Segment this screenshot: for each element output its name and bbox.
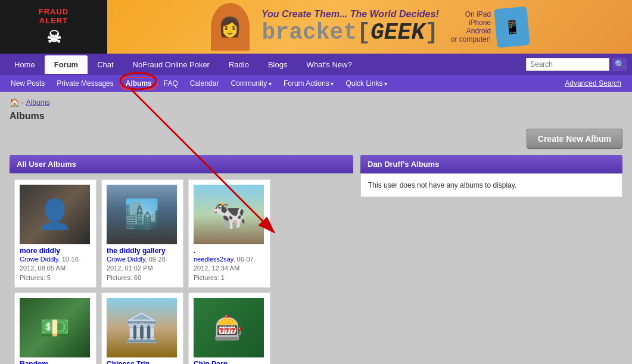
album-meta: Crowe Diddly, 10-16-2012, 08:05 AM Pictu… [20,255,91,282]
album-name-link[interactable]: . [194,247,265,255]
breadcrumb: 🏠 › Albums [0,92,632,110]
user-albums-header: Dan Druff's Albums [360,155,622,173]
create-album-row: Create New Album [0,129,632,155]
page-title: Albums [0,110,632,129]
user-albums-content: This user does not have any albums to di… [360,173,622,197]
album-thumbnail [20,298,90,357]
album-pictures-count: 1 [221,274,225,281]
banner-character: 👩 [211,3,250,51]
nav-poker[interactable]: NoFraud Online Poker [123,55,219,74]
subnav-community[interactable]: Community [225,77,277,90]
geek-text: [ [357,20,371,45]
album-user-link[interactable]: needless2say [194,256,233,263]
album-name-link[interactable]: Chip Porn [194,360,265,364]
album-item[interactable]: Chinese Trip [101,293,183,364]
album-item[interactable]: the diddly gallery Crowe Diddly, 09-28-2… [101,179,183,288]
advanced-search-link[interactable]: Advanced Search [559,77,627,90]
albums-layout: All User Albums more diddly Crowe Diddly… [0,155,632,364]
album-item[interactable]: more diddly Crowe Diddly, 10-16-2012, 08… [14,179,96,288]
album-name-link[interactable]: the diddly gallery [107,247,178,255]
fraud-alert-banner: FRAUD ALERT ☠ [0,0,107,54]
user-albums-panel: Dan Druff's Albums This user does not ha… [360,155,622,364]
search-input[interactable] [526,58,609,71]
album-thumbnail [194,298,264,357]
album-name-link[interactable]: Random [20,360,91,364]
bracket-left: bracket [262,20,357,45]
geek-word: GEEK [371,20,425,45]
subnav-quick-links[interactable]: Quick Links [340,77,393,90]
banner-logo: bracket[GEEK] [261,20,439,45]
album-name-link[interactable]: more diddly [20,247,91,255]
skull-icon: ☠ [46,27,61,47]
album-meta: Crowe Diddly, 09-28-2012, 01:02 PM Pictu… [107,255,178,282]
nav-blogs[interactable]: Blogs [259,55,297,74]
banner-platforms: On iPad iPhone Android or computer! [451,10,491,43]
subnav-new-posts[interactable]: New Posts [5,77,51,90]
banner-tagline: You Create Them... The World Decides! [261,9,439,20]
album-pictures-label: Pictures: [20,274,47,281]
album-item[interactable]: Chip Porn PLOL, 03-06-2012, [188,293,270,364]
user-albums-empty-message: This user does not have any albums to di… [368,181,516,189]
device-icon: 📱 [494,6,530,48]
content-area: 🏠 › Albums Albums Create New Album All U… [0,92,632,364]
breadcrumb-albums[interactable]: Albums [26,98,50,107]
subnav-faq[interactable]: FAQ [158,77,184,90]
nav-whats-new[interactable]: What's New? [297,55,361,74]
sub-navigation: New Posts Private Messages Albums FAQ Ca… [0,75,632,92]
album-name-link[interactable]: Chinese Trip [107,360,178,364]
album-pictures-count: 5 [47,274,51,281]
bracket-right-char: ] [425,20,438,45]
album-pictures-label: Pictures: [194,274,221,281]
album-thumbnail [107,298,177,357]
album-meta: needless2say, 06-07-2012, 12:34 AM Pictu… [194,255,265,282]
search-button[interactable]: 🔍 [612,58,627,71]
album-thumbnail [107,185,177,244]
create-new-album-button[interactable]: Create New Album [527,129,622,149]
subnav-calendar[interactable]: Calendar [184,77,225,90]
album-item[interactable]: . needless2say, 06-07-2012, 12:34 AM Pic… [188,179,270,288]
album-user-link[interactable]: Crowe Diddly [107,256,145,263]
album-thumbnail [194,185,264,244]
albums-grid: more diddly Crowe Diddly, 10-16-2012, 08… [10,173,353,364]
subnav-albums[interactable]: Albums [120,77,158,90]
album-thumbnail [20,185,90,244]
main-navigation: Home Forum Chat NoFraud Online Poker Rad… [0,54,632,75]
album-pictures-count: 60 [134,274,141,281]
top-bar: FRAUD ALERT ☠ 👩 You Create Them... The W… [0,0,632,54]
fraud-alert-text: FRAUD [39,7,69,16]
search-box: 🔍 [526,58,627,71]
nav-forum[interactable]: Forum [45,55,88,74]
site-banner: 👩 You Create Them... The World Decides! … [107,0,632,54]
all-albums-header: All User Albums [10,155,353,173]
album-user-link[interactable]: Crowe Diddly [20,256,58,263]
nav-radio[interactable]: Radio [219,55,259,74]
album-item[interactable]: Random mtnDew, 04-06- [14,293,96,364]
home-icon[interactable]: 🏠 [10,98,19,107]
nav-home[interactable]: Home [5,55,45,74]
fraud-alert-text2: ALERT [39,16,68,25]
subnav-forum-actions[interactable]: Forum Actions [278,77,340,90]
nav-chat[interactable]: Chat [88,55,123,74]
album-pictures-label: Pictures: [107,274,134,281]
subnav-private-messages[interactable]: Private Messages [51,77,119,90]
all-albums-panel: All User Albums more diddly Crowe Diddly… [10,155,353,364]
